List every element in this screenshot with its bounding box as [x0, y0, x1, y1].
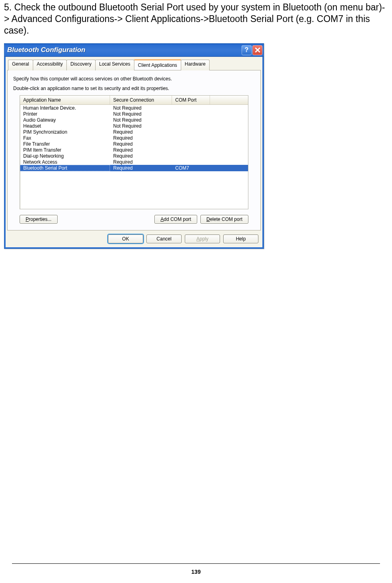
table-row[interactable]: PIM SynchronizationRequired — [20, 129, 248, 135]
application-list[interactable]: Application Name Secure Connection COM P… — [20, 95, 248, 209]
cell-app: PIM Item Transfer — [20, 147, 110, 153]
tab-content: Specify how this computer will access se… — [7, 70, 261, 230]
cell-secure: Required — [110, 159, 172, 165]
cell-secure: Not Required — [110, 117, 172, 123]
tab-strip: General Accessibility Discovery Local Se… — [7, 59, 261, 70]
description-1: Specify how this computer will access se… — [13, 76, 255, 82]
table-row[interactable]: Bluetooth Serial PortRequiredCOM7 — [20, 165, 248, 171]
col-secure-connection[interactable]: Secure Connection — [110, 96, 172, 104]
cell-secure: Required — [110, 135, 172, 141]
title-bar[interactable]: Bluetooth Configuration ? — [4, 44, 264, 57]
tab-discovery[interactable]: Discovery — [66, 60, 96, 70]
cell-app: Dial-up Networking — [20, 153, 110, 159]
list-header: Application Name Secure Connection COM P… — [20, 96, 248, 105]
cell-secure: Required — [110, 147, 172, 153]
cell-com — [172, 129, 210, 135]
cell-secure: Not Required — [110, 111, 172, 117]
bluetooth-config-dialog: Bluetooth Configuration ? General Access… — [4, 43, 264, 249]
cell-com — [172, 123, 210, 129]
cell-secure: Not Required — [110, 123, 172, 129]
footer-divider — [12, 563, 380, 564]
tab-client-applications[interactable]: Client Applications — [134, 59, 181, 70]
table-row[interactable]: PrinterNot Required — [20, 111, 248, 117]
col-com-port[interactable]: COM Port — [172, 96, 210, 104]
cell-com — [172, 111, 210, 117]
tab-local-services[interactable]: Local Services — [95, 60, 134, 70]
tab-general[interactable]: General — [8, 60, 33, 70]
col-application-name[interactable]: Application Name — [20, 96, 110, 104]
table-row[interactable]: Human Interface Device.Not Required — [20, 105, 248, 111]
cell-com — [172, 147, 210, 153]
cell-app: File Transfer — [20, 141, 110, 147]
cell-com — [172, 135, 210, 141]
table-row[interactable]: HeadsetNot Required — [20, 123, 248, 129]
cell-app: PIM Synchronization — [20, 129, 110, 135]
tab-hardware[interactable]: Hardware — [181, 60, 210, 70]
cell-com — [172, 141, 210, 147]
cell-com — [172, 153, 210, 159]
ok-button[interactable]: OK — [108, 234, 143, 243]
apply-button: Apply — [185, 234, 220, 243]
table-row[interactable]: Audio GatewayNot Required — [20, 117, 248, 123]
cell-app: Fax — [20, 135, 110, 141]
cell-com — [172, 159, 210, 165]
cell-app: Headset — [20, 123, 110, 129]
cancel-button[interactable]: Cancel — [146, 234, 182, 243]
cell-secure: Required — [110, 165, 172, 171]
dialog-title: Bluetooth Configuration — [7, 46, 242, 54]
table-row[interactable]: Network AccessRequired — [20, 159, 248, 165]
cell-app: Printer — [20, 111, 110, 117]
help-icon[interactable]: ? — [242, 45, 252, 55]
list-body: Human Interface Device.Not RequiredPrint… — [20, 105, 248, 209]
cell-com: COM7 — [172, 165, 210, 171]
cell-com — [172, 117, 210, 123]
cell-app: Network Access — [20, 159, 110, 165]
table-row[interactable]: File TransferRequired — [20, 141, 248, 147]
instruction-text: 5. Check the outbound Bluetooth Serial P… — [4, 2, 388, 36]
cell-app: Audio Gateway — [20, 117, 110, 123]
description-2: Double-click an application name to set … — [13, 86, 255, 91]
table-row[interactable]: PIM Item TransferRequired — [20, 147, 248, 153]
help-button[interactable]: Help — [223, 234, 258, 243]
table-row[interactable]: FaxRequired — [20, 135, 248, 141]
cell-app: Bluetooth Serial Port — [20, 165, 110, 171]
cell-secure: Required — [110, 141, 172, 147]
properties-button[interactable]: Properties... — [20, 215, 58, 224]
table-row[interactable]: Dial-up NetworkingRequired — [20, 153, 248, 159]
close-icon[interactable] — [252, 45, 262, 55]
page-number: 139 — [0, 569, 392, 575]
delete-com-button[interactable]: Delete COM port — [200, 215, 248, 224]
add-com-button[interactable]: Add COM port — [154, 215, 197, 224]
cell-secure: Not Required — [110, 105, 172, 111]
tab-accessibility[interactable]: Accessibility — [33, 60, 67, 70]
cell-com — [172, 105, 210, 111]
cell-secure: Required — [110, 153, 172, 159]
cell-secure: Required — [110, 129, 172, 135]
cell-app: Human Interface Device. — [20, 105, 110, 111]
